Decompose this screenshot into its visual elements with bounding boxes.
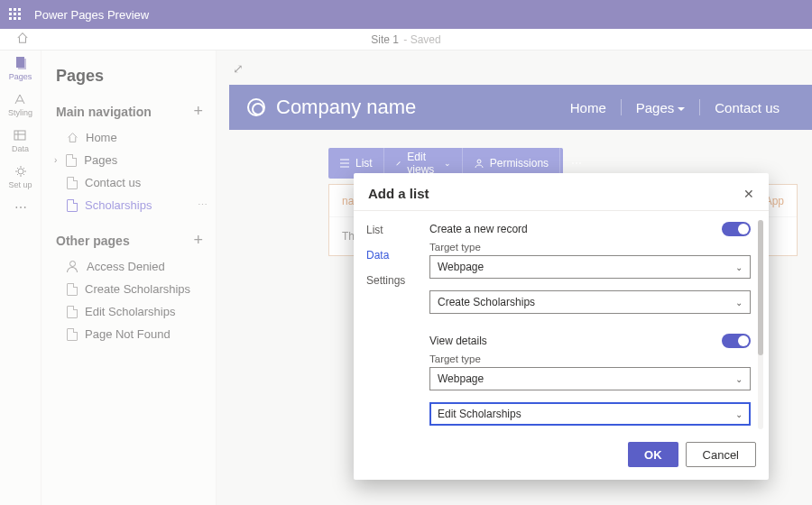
svg-rect-2 xyxy=(14,131,25,140)
target-type-select-2[interactable]: Webpage ⌄ xyxy=(429,367,751,390)
rail-more[interactable]: ⋯ xyxy=(14,200,27,215)
target-type-select-1[interactable]: Webpage ⌄ xyxy=(429,255,751,279)
scrollbar-thumb[interactable] xyxy=(758,220,763,355)
chevron-down-icon: ⌄ xyxy=(735,374,743,384)
add-other-page-icon[interactable]: + xyxy=(193,231,203,250)
svg-point-3 xyxy=(18,169,23,174)
pages-panel: Pages Main navigation + Home › Pages Con… xyxy=(42,50,217,505)
chevron-right-icon[interactable]: › xyxy=(54,155,57,165)
resize-icon[interactable]: ⤢ xyxy=(229,58,247,85)
nav-item-home[interactable]: Home xyxy=(42,126,216,149)
chevron-down-icon: ⌄ xyxy=(735,409,743,419)
app-launcher-icon[interactable] xyxy=(9,8,22,21)
svg-point-4 xyxy=(477,160,481,163)
dialog-tabs: List Data Settings xyxy=(354,218,424,429)
svg-rect-1 xyxy=(18,59,26,69)
main-nav-header: Main navigation + xyxy=(42,98,216,126)
rail-pages-label: Pages xyxy=(9,72,32,81)
nav-item-pages[interactable]: › Pages xyxy=(42,149,216,171)
page-icon xyxy=(67,283,78,296)
status-bar: Site 1 - Saved xyxy=(0,29,812,50)
close-icon[interactable]: ✕ xyxy=(743,187,754,201)
other-page-not-found[interactable]: Page Not Found xyxy=(42,323,216,345)
more-icon[interactable]: ⋯ xyxy=(198,199,208,211)
target-type-label-2: Target type xyxy=(429,354,751,364)
nav-home[interactable]: Home xyxy=(556,100,621,115)
page-icon xyxy=(67,177,78,189)
rail-pages[interactable]: Pages xyxy=(9,56,32,81)
tab-settings[interactable]: Settings xyxy=(366,274,424,287)
add-main-nav-icon[interactable]: + xyxy=(193,102,203,121)
page-icon xyxy=(66,154,77,167)
other-edit-scholarships[interactable]: Edit Scholarships xyxy=(42,300,216,323)
dialog-title: Add a list xyxy=(368,186,429,201)
app-bar: Power Pages Preview xyxy=(0,0,812,29)
nav-contact[interactable]: Contact us xyxy=(700,100,794,115)
cancel-button[interactable]: Cancel xyxy=(686,442,756,467)
site-header: Company name Home Pages Contact us xyxy=(229,85,812,130)
target-type-label-1: Target type xyxy=(429,242,751,252)
create-record-label: Create a new record xyxy=(429,223,528,235)
other-access-denied[interactable]: Access Denied xyxy=(42,255,216,278)
chevron-down-icon: ⌄ xyxy=(735,298,743,308)
page-icon xyxy=(67,306,78,318)
ok-button[interactable]: OK xyxy=(628,442,678,467)
tab-data[interactable]: Data xyxy=(366,249,424,262)
view-details-toggle[interactable] xyxy=(722,334,751,348)
dialog-form: Create a new record Target type Webpage … xyxy=(424,218,756,429)
nav-item-scholarships[interactable]: Scholarships ⋯ xyxy=(42,194,216,216)
app-title: Power Pages Preview xyxy=(34,8,149,22)
pages-title: Pages xyxy=(42,67,216,98)
page-icon xyxy=(67,328,78,341)
left-rail: Pages Styling Data Set up ⋯ xyxy=(0,50,42,505)
logo-icon xyxy=(247,98,265,116)
other-create-scholarships[interactable]: Create Scholarships xyxy=(42,278,216,300)
save-status: - Saved xyxy=(401,33,441,46)
target-page-select-2[interactable]: Edit Scholarships ⌄ xyxy=(429,402,751,426)
tab-list[interactable]: List xyxy=(366,224,424,236)
add-list-dialog: Add a list ✕ List Data Settings Create a… xyxy=(354,173,769,480)
company-name: Company name xyxy=(276,96,416,119)
rail-data-label: Data xyxy=(12,144,29,153)
nav-pages[interactable]: Pages xyxy=(622,100,700,115)
person-lock-icon xyxy=(67,261,79,273)
rail-setup-label: Set up xyxy=(8,180,32,189)
chevron-down-icon: ⌄ xyxy=(444,159,451,168)
site-name: Site 1 xyxy=(371,33,399,46)
rail-styling-label: Styling xyxy=(8,108,32,117)
chevron-down-icon: ⌄ xyxy=(735,262,743,272)
site-nav: Home Pages Contact us xyxy=(556,99,794,115)
rail-setup[interactable]: Set up xyxy=(8,164,32,189)
view-details-label: View details xyxy=(429,335,487,347)
target-page-select-1[interactable]: Create Scholarships ⌄ xyxy=(429,290,751,314)
rail-data[interactable]: Data xyxy=(12,128,29,153)
page-icon xyxy=(67,199,78,212)
home-icon[interactable] xyxy=(16,32,29,47)
nav-item-contact[interactable]: Contact us xyxy=(42,171,216,194)
rail-styling[interactable]: Styling xyxy=(8,92,32,117)
other-pages-header: Other pages + xyxy=(42,227,216,255)
create-record-toggle[interactable] xyxy=(722,222,751,236)
